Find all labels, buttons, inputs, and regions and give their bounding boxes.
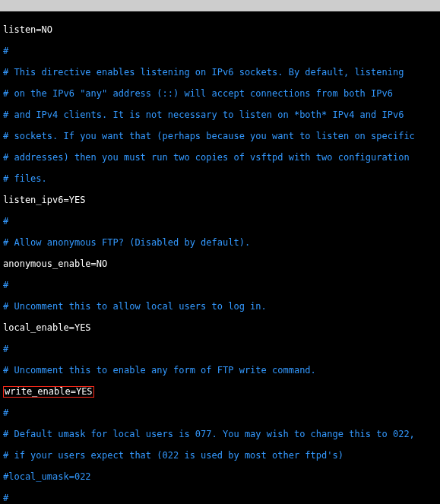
config-line[interactable]: #local_umask=022 xyxy=(3,471,437,482)
config-line[interactable]: # This directive enables listening on IP… xyxy=(3,67,437,78)
config-line[interactable]: # Uncomment this to enable any form of F… xyxy=(3,365,437,376)
config-line[interactable]: # and IPv4 clients. It is not necessary … xyxy=(3,109,437,120)
config-line[interactable]: # addresses) then you must run two copie… xyxy=(3,152,437,163)
editor-content-1[interactable]: listen=NO # # This directive enables lis… xyxy=(0,11,440,504)
config-line[interactable]: # Default umask for local users is 077. … xyxy=(3,429,437,439)
config-line[interactable]: # xyxy=(3,280,437,290)
config-line[interactable]: # if your users expect that (022 is used… xyxy=(3,450,437,461)
config-line[interactable]: # Uncomment this to allow local users to… xyxy=(3,301,437,312)
config-line[interactable]: # xyxy=(3,46,437,56)
config-line[interactable]: # xyxy=(3,493,437,503)
config-line[interactable]: local_enable=YES xyxy=(3,322,437,333)
config-line[interactable]: # xyxy=(3,216,437,227)
config-line[interactable]: # on the IPv6 "any" address (::) will ac… xyxy=(3,88,437,99)
config-line-highlighted[interactable]: write_enable=YES xyxy=(3,386,437,397)
highlight-box: write_enable=YES xyxy=(3,386,94,398)
config-line[interactable]: # Allow anonymous FTP? (Disabled by defa… xyxy=(3,237,437,248)
config-line[interactable]: listen=NO xyxy=(3,24,437,35)
nano-titlebar: GNU nano 2.9.3 /etc/vsftpd.conf xyxy=(0,0,440,11)
config-line[interactable]: # xyxy=(3,407,437,418)
config-line[interactable]: listen_ipv6=YES xyxy=(3,195,437,205)
config-line[interactable]: anonymous_enable=NO xyxy=(3,258,437,269)
config-line[interactable]: # files. xyxy=(3,173,437,184)
terminal-block-1: GNU nano 2.9.3 /etc/vsftpd.conf listen=N… xyxy=(0,0,440,504)
config-line[interactable]: # xyxy=(3,344,437,354)
config-line[interactable]: # sockets. If you want that (perhaps bec… xyxy=(3,131,437,141)
